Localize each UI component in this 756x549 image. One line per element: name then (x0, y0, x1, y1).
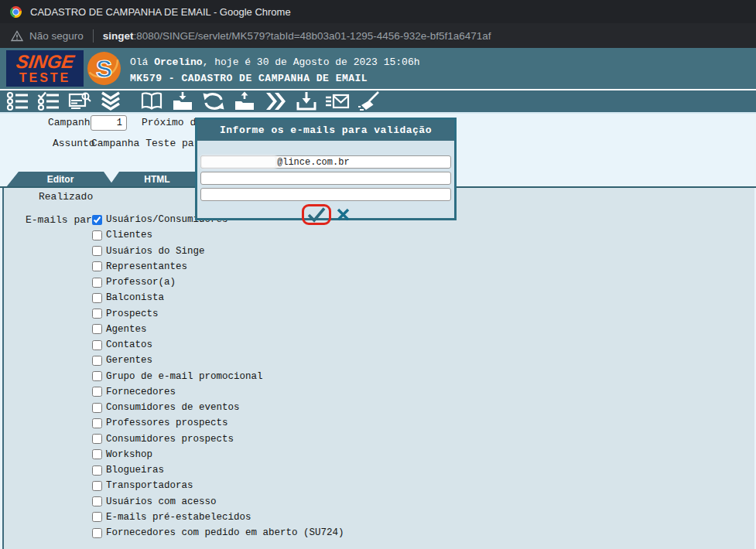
email-target-option[interactable]: Professores prospects (92, 415, 344, 431)
email-target-checkbox[interactable] (92, 293, 102, 303)
email-target-checkbox[interactable] (92, 387, 102, 397)
email-target-checkbox[interactable] (92, 246, 102, 256)
email-target-option[interactable]: Balconista (92, 290, 344, 305)
emails-for-label: E-mails para (26, 214, 98, 226)
email-target-label: Representantes (106, 261, 187, 272)
url-divider (93, 29, 94, 43)
security-label[interactable]: Não seguro (29, 30, 84, 42)
next-dispatch-label: Próximo di (142, 117, 202, 128)
singe-logo: SINGE TESTE (6, 50, 84, 87)
email-target-option[interactable]: Usuários com acesso (92, 494, 344, 510)
broom-icon[interactable] (356, 91, 381, 111)
email-target-list: Usuários/ConsumidoresClientesUsuários do… (92, 212, 344, 540)
email-target-option[interactable]: Consumidores prospects (92, 431, 344, 447)
email-target-option[interactable]: Consumidores de eventos (92, 400, 344, 415)
email-target-option[interactable]: Blogueiras (92, 462, 344, 478)
email-target-option[interactable]: Usuários do Singe (92, 244, 344, 259)
subject-label: Assunto (53, 138, 95, 149)
campaign-number-input[interactable] (91, 115, 127, 131)
email-target-label: Consumidores prospects (106, 434, 234, 445)
folder-upload-icon[interactable] (232, 91, 257, 111)
download-tray-icon[interactable] (294, 91, 319, 111)
email-target-option[interactable]: Clientes (92, 227, 344, 243)
email-target-checkbox[interactable] (92, 465, 102, 476)
redacted-text (202, 157, 275, 167)
url-bar: Não seguro singet:8080/SINGE/servlet/MK5… (0, 23, 756, 48)
email-target-checkbox[interactable] (92, 356, 102, 366)
email-target-label: Transportadoras (106, 480, 193, 491)
tab-html[interactable]: HTML (108, 172, 206, 187)
email-target-label: Clientes (106, 230, 152, 240)
check-icon[interactable] (306, 206, 327, 223)
email-target-checkbox[interactable] (92, 481, 102, 491)
send-mail-icon[interactable] (325, 91, 350, 111)
email-target-label: Grupo de e-mail promocional (106, 371, 263, 382)
email-target-option[interactable]: Transportadoras (92, 478, 344, 493)
logo-secondary-text: TESTE (19, 72, 71, 84)
email-target-checkbox[interactable] (92, 261, 102, 271)
email-target-option[interactable]: Professor(a) (92, 274, 344, 290)
email-target-option[interactable]: Contatos (92, 337, 344, 353)
email-target-checkbox[interactable] (92, 278, 102, 288)
email-target-checkbox[interactable] (92, 309, 102, 319)
chevrons-right-icon[interactable] (263, 91, 288, 111)
x-icon[interactable] (337, 208, 350, 221)
email-target-checkbox[interactable] (92, 496, 102, 506)
email-target-checkbox[interactable] (92, 449, 102, 459)
email-target-checkbox[interactable] (92, 230, 102, 240)
chevrons-down-icon[interactable] (98, 91, 123, 111)
screen-title: MK579 - CADASTRO DE CAMPANHA DE EMAIL (130, 73, 368, 84)
email-target-option[interactable]: Grupo de e-mail promocional (92, 369, 344, 384)
email-target-label: Usuários do Singe (106, 246, 205, 257)
tab-editor[interactable]: Editor (6, 172, 115, 187)
checked-list-icon[interactable] (36, 91, 61, 111)
email-target-label: Blogueiras (106, 465, 164, 476)
email-target-label: Agentes (106, 324, 147, 335)
greeting-text: Olá Orcelino, hoje é 30 de Agosto de 202… (130, 56, 420, 68)
email-target-checkbox[interactable] (92, 340, 102, 350)
email-target-label: Professores prospects (106, 418, 228, 428)
circle-list-icon[interactable] (5, 91, 30, 111)
validation-email-input[interactable] (200, 172, 451, 185)
logo-primary-text: SINGE (15, 53, 75, 71)
email-target-option[interactable]: Fornecedores (92, 384, 344, 400)
email-target-checkbox[interactable] (92, 528, 102, 538)
email-target-checkbox[interactable] (92, 512, 102, 522)
url-path: :8080/SINGE/servlet/MK579?tabId=48b03a01… (134, 30, 491, 42)
modal-fields (200, 155, 451, 201)
app-header: SINGE TESTE S Olá Orcelino, hoje é 30 de… (0, 48, 756, 90)
email-target-option[interactable]: Representantes (92, 259, 344, 274)
warning-icon (11, 30, 23, 42)
book-icon[interactable] (139, 91, 164, 111)
refresh-icon[interactable] (201, 91, 226, 111)
dialog-actions (197, 204, 454, 225)
email-target-option[interactable]: E-mails pré-estabelecidos (92, 510, 344, 525)
email-target-option[interactable]: Gerentes (92, 353, 344, 368)
user-name: Orcelino (154, 56, 202, 68)
email-target-label: Gerentes (106, 355, 152, 366)
cancel-button[interactable] (337, 208, 350, 221)
folder-download-icon[interactable] (170, 91, 195, 111)
email-target-checkbox[interactable] (92, 403, 102, 413)
email-target-option[interactable]: Workshop (92, 447, 344, 462)
campaign-label: Campanha (48, 117, 96, 128)
email-target-label: Professor(a) (106, 277, 176, 288)
email-target-checkbox[interactable] (92, 215, 102, 225)
singe-sphere-icon: S (87, 51, 121, 86)
email-target-checkbox[interactable] (92, 324, 102, 334)
record-search-icon[interactable] (67, 91, 92, 111)
email-target-label: Fornecedores com pedido em aberto (SU724… (106, 527, 344, 538)
email-target-option[interactable]: Fornecedores com pedido em aberto (SU724… (92, 525, 344, 540)
address-text[interactable]: singet:8080/SINGE/servlet/MK579?tabId=48… (103, 30, 491, 42)
email-target-option[interactable]: Prospects (92, 306, 344, 322)
url-host: singet (103, 30, 134, 42)
validation-email-input[interactable] (200, 188, 451, 201)
email-target-option[interactable]: Agentes (92, 322, 344, 337)
email-target-checkbox[interactable] (92, 434, 102, 444)
email-target-checkbox[interactable] (92, 418, 102, 428)
email-target-checkbox[interactable] (92, 371, 102, 381)
chrome-icon (10, 6, 22, 18)
email-validation-dialog: Informe os e-mails para validação (195, 118, 457, 220)
confirm-button-highlight[interactable] (302, 204, 331, 225)
email-target-label: Usuários com acesso (106, 496, 217, 507)
